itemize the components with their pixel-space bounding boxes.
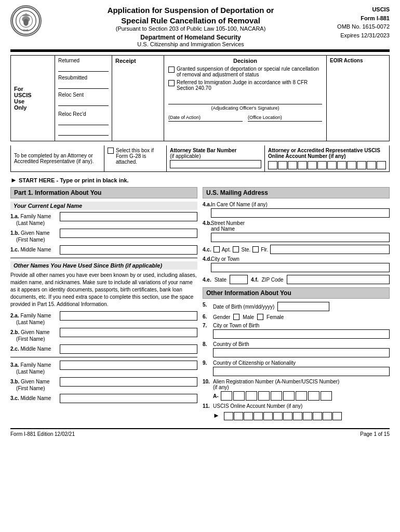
seg-10[interactable] — [357, 161, 366, 169]
expiry-date: Expires 12/31/2023 — [337, 31, 390, 40]
omb-number: OMB No. 1615-0072 — [337, 22, 390, 31]
flr-checkbox[interactable] — [252, 246, 259, 252]
g28-checkbox-area: Select this box if Form G-28 is attached… — [108, 148, 163, 165]
acct-seg-7[interactable] — [283, 412, 292, 420]
field-4d-content: City or Town — [211, 256, 390, 272]
field-7-label: City or Town of Birth — [213, 323, 390, 328]
male-checkbox[interactable] — [233, 314, 239, 320]
seg-8[interactable] — [337, 161, 346, 169]
header-right: USCIS Form I-881 OMB No. 1615-0072 Expir… — [337, 5, 390, 39]
field-3c-label: 3.c. Middle Name — [10, 394, 60, 402]
field-1b-num: 1.b. — [10, 230, 19, 236]
acct-seg-5[interactable] — [263, 412, 273, 420]
ste-label: Ste. — [241, 247, 250, 252]
attorney-box: To be completed by an Attorney or Accred… — [10, 145, 390, 172]
field-2c-row: 2.c. Middle Name — [10, 344, 197, 354]
zip-input[interactable] — [287, 275, 390, 284]
uscis-use-box: ForUSCISUseOnly Returned Resubmitted Rel… — [10, 55, 390, 141]
acct-seg-12[interactable] — [332, 412, 342, 420]
seg-6[interactable] — [317, 161, 327, 169]
field-2b-row: 2.b. Given Name (First Name) — [10, 328, 197, 342]
attorney-col1: To be completed by an Attorney or Accred… — [11, 145, 104, 171]
anum-seg-5[interactable] — [271, 391, 282, 401]
field-4d: 4.d. City or Town — [203, 256, 390, 272]
account-num-segs — [224, 412, 390, 420]
given-name-2b-input[interactable] — [60, 328, 197, 337]
field-9-num: 9. — [203, 360, 213, 366]
acct-seg-9[interactable] — [303, 412, 312, 420]
family-name-1a-input[interactable] — [60, 212, 197, 221]
in-care-of-input[interactable] — [211, 208, 390, 218]
acct-seg-3[interactable] — [244, 412, 253, 420]
family-name-2a-input[interactable] — [60, 311, 197, 321]
field-5-label: Date of Birth (mm/dd/yyyy) — [213, 304, 274, 310]
anum-seg-6[interactable] — [283, 391, 295, 401]
street-number-input[interactable] — [211, 233, 390, 242]
seg-2[interactable] — [278, 161, 287, 169]
seg-9[interactable] — [347, 161, 356, 169]
ste-checkbox[interactable] — [233, 246, 239, 252]
field-11-content: USCIS Online Account Number (if any) ► — [213, 403, 390, 420]
field-3c-desc: Middle Name — [20, 395, 51, 401]
form-subtitle: (Pursuant to Section 203 of Public Law 1… — [44, 25, 337, 32]
decision-checkbox-1[interactable] — [168, 66, 175, 73]
acct-seg-4[interactable] — [254, 412, 263, 420]
seg-11[interactable] — [367, 161, 376, 169]
female-label: Female — [266, 314, 284, 320]
seg-1[interactable] — [268, 161, 277, 169]
black-bar — [10, 49, 390, 52]
field-10-num: 10. — [203, 379, 213, 384]
dob-input[interactable] — [277, 302, 329, 311]
page-footer: Form I-881 Edition 12/02/21 Page 1 of 15 — [10, 428, 390, 437]
middle-name-1c-input[interactable] — [60, 245, 197, 255]
field-1a-label: 1.a. Family Name (Last Name) — [10, 212, 60, 227]
anum-seg-8[interactable] — [308, 391, 319, 401]
anum-seg-1[interactable] — [221, 391, 232, 401]
middle-name-2c-input[interactable] — [60, 344, 197, 354]
decision-checkbox-2[interactable] — [168, 80, 175, 86]
acct-seg-8[interactable] — [293, 412, 302, 420]
city-birth-input[interactable] — [213, 329, 390, 339]
gender-row: Gender Male Female — [213, 314, 390, 320]
citizenship-input[interactable] — [213, 367, 390, 376]
middle-name-3c-input[interactable] — [60, 394, 197, 403]
city-input[interactable] — [211, 263, 390, 272]
field-4b: 4.b. Street Number and Name — [203, 220, 390, 242]
country-birth-input[interactable] — [213, 348, 390, 357]
seg-5[interactable] — [308, 161, 317, 169]
family-name-3a-input[interactable] — [60, 361, 197, 370]
acct-seg-1[interactable] — [224, 412, 233, 420]
field-9-content: Country of Citizenship or Nationality — [213, 360, 390, 376]
apt-number-input[interactable] — [270, 245, 390, 254]
bar-number-input[interactable] — [170, 160, 261, 168]
anum-seg-2[interactable] — [233, 391, 245, 401]
seg-4[interactable] — [298, 161, 307, 169]
start-arrow: ► — [10, 176, 17, 184]
acct-seg-2[interactable] — [234, 412, 243, 420]
field-2b-num: 2.b. — [10, 329, 19, 335]
field-3b-label: 3.b. Given Name (First Name) — [10, 377, 60, 392]
field-6-content: Gender Male Female — [213, 314, 390, 320]
field-4b-content: Street Number and Name — [211, 220, 390, 242]
g28-checkbox[interactable] — [108, 148, 114, 154]
anum-seg-9[interactable] — [321, 391, 332, 401]
svg-point-4 — [23, 19, 29, 26]
acct-seg-6[interactable] — [273, 412, 283, 420]
given-name-3b-input[interactable] — [60, 377, 197, 387]
anum-seg-4[interactable] — [258, 391, 270, 401]
seg-12[interactable] — [377, 161, 386, 169]
anum-seg-3[interactable] — [246, 391, 257, 401]
acct-seg-10[interactable] — [313, 412, 322, 420]
logo-area: DHS — [10, 5, 44, 39]
state-input[interactable] — [230, 275, 248, 284]
given-name-1b-input[interactable] — [60, 229, 197, 238]
acct-seg-11[interactable] — [323, 412, 332, 420]
female-checkbox[interactable] — [257, 314, 263, 320]
apt-checkbox[interactable] — [214, 246, 220, 252]
anum-seg-7[interactable] — [296, 391, 307, 401]
field-4c-num: 4.c. — [203, 247, 211, 252]
right-column: U.S. Mailing Address 4.a. In Care Of Nam… — [203, 187, 390, 423]
field-10: 10. Alien Registration Number (A-Number/… — [203, 379, 390, 401]
seg-3[interactable] — [288, 161, 297, 169]
seg-7[interactable] — [327, 161, 337, 169]
